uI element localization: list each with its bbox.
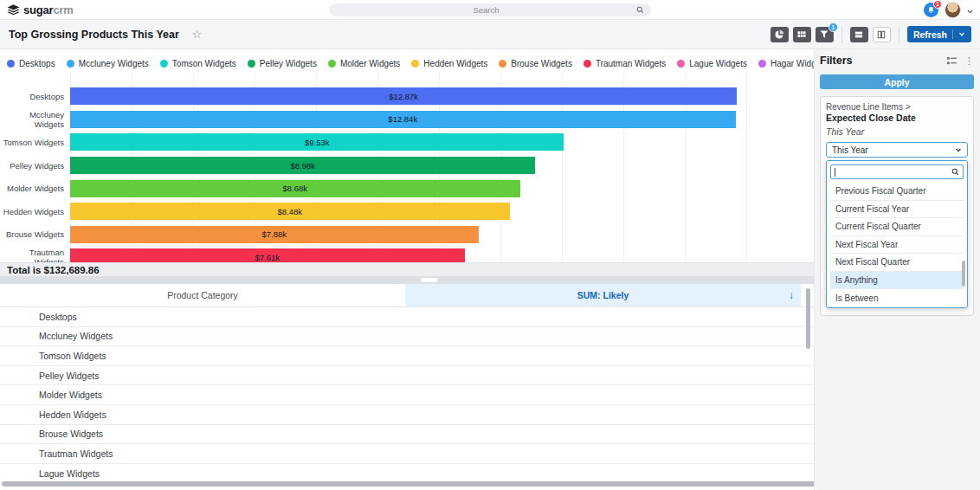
table-header: Product Category SUM: Likely ↓ ⋮: [0, 284, 814, 307]
chart-category-label: Tomson Widgets: [0, 138, 70, 147]
legend-label: Brouse Widgets: [511, 59, 572, 68]
chart-category-label: Trautman Widgets: [0, 248, 70, 262]
favorite-star-icon[interactable]: ☆: [192, 29, 203, 40]
legend-item[interactable]: Brouse Widgets: [499, 59, 572, 68]
dropdown-option[interactable]: Current Fiscal Year: [830, 201, 964, 219]
product-category-cell: Mccluney Widgets: [39, 331, 113, 341]
legend-label: Pelley Widgets: [260, 59, 317, 68]
legend-label: Tomson Widgets: [172, 59, 236, 68]
table-row[interactable]: Mccluney Widgets: [0, 327, 814, 347]
global-search[interactable]: [329, 3, 651, 16]
column-header-sum-likely[interactable]: SUM: Likely ↓: [405, 284, 801, 306]
product-category-cell: Trautman Widgets: [39, 448, 113, 459]
notifications-button[interactable]: 1: [924, 3, 938, 17]
table-row[interactable]: Pelley Widgets: [0, 366, 814, 386]
columns-layout-button[interactable]: [873, 27, 891, 42]
legend-color-dot: [160, 60, 168, 68]
dashboard-toolbar: 1 Refresh: [770, 26, 971, 42]
filter-dropdown: Previous Fiscal QuarterCurrent Fiscal Ye…: [826, 160, 968, 308]
refresh-divider: [952, 29, 953, 39]
chart-bar[interactable]: $8.98k: [70, 157, 535, 174]
legend-color-dot: [248, 60, 255, 68]
table-row[interactable]: Tomson Widgets: [0, 346, 814, 366]
bar-value-label: $7.61k: [255, 253, 280, 262]
chart-bar[interactable]: $7.61k: [70, 248, 465, 262]
bar-chart: Desktops$12.87kMccluney Widgets$12.84kTo…: [0, 73, 814, 262]
sort-descending-icon[interactable]: ↓: [789, 289, 794, 301]
chart-row: Desktops$12.87k: [0, 85, 814, 108]
legend-item[interactable]: Desktops: [7, 59, 55, 68]
table-vertical-scrollbar[interactable]: [806, 288, 810, 349]
dropdown-search-input[interactable]: [837, 167, 951, 177]
funnel-icon: [819, 29, 829, 40]
product-category-cell: Tomson Widgets: [39, 351, 106, 361]
legend-item[interactable]: Hagar Widgets: [758, 59, 814, 68]
filters-menu-kebab-icon[interactable]: ⋮: [964, 56, 974, 66]
dashlet-top-grossing-products: DesktopsMccluney WidgetsTomson WidgetsPe…: [0, 49, 814, 490]
profile-chevron-down-icon[interactable]: [967, 2, 973, 17]
chart-plot-area: $8.48k: [70, 203, 796, 220]
chart-bar[interactable]: $7.88k: [70, 226, 479, 243]
filter-operator-select[interactable]: This Year: [826, 142, 968, 158]
legend-color-dot: [758, 60, 766, 68]
filter-field-name: Expected Close Date: [826, 113, 968, 123]
search-input[interactable]: [336, 5, 636, 15]
chart-bar[interactable]: $12.84k: [70, 111, 736, 128]
legend-item[interactable]: Molder Widgets: [328, 59, 400, 68]
table-row[interactable]: Lague Widgets: [0, 464, 814, 484]
widget-divider: [0, 276, 814, 284]
dropdown-option[interactable]: Is Between: [830, 289, 964, 307]
table-row[interactable]: Hedden Widgets: [0, 405, 814, 425]
chart-bar[interactable]: $9.53k: [70, 133, 564, 151]
sugarcrm-logo[interactable]: sugarcrm: [7, 3, 74, 16]
dropdown-option[interactable]: Previous Fiscal Quarter: [830, 183, 964, 201]
legend-item[interactable]: Trautman Widgets: [583, 59, 666, 68]
legend-item[interactable]: Lague Widgets: [677, 59, 747, 68]
legend-item[interactable]: Hedden Widgets: [411, 59, 487, 68]
filter-list-icon[interactable]: [947, 57, 957, 65]
refresh-chevron-down-icon[interactable]: [958, 32, 965, 36]
table-row[interactable]: Desktops: [0, 307, 814, 327]
chart-bar[interactable]: $8.48k: [70, 203, 510, 220]
dropdown-option[interactable]: Is Anything: [830, 272, 964, 290]
rows-icon: [854, 29, 864, 40]
filter-field-path: Revenue Line Items >: [826, 102, 968, 112]
chart-bar[interactable]: $12.87k: [70, 87, 737, 105]
toolbar-divider: [899, 27, 899, 42]
chart-bar[interactable]: $8.68k: [70, 180, 520, 197]
rows-layout-button[interactable]: [850, 27, 868, 42]
refresh-button[interactable]: Refresh: [907, 26, 971, 42]
apply-button[interactable]: Apply: [820, 74, 974, 89]
bar-value-label: $8.48k: [278, 207, 303, 216]
table-row[interactable]: Trautman Widgets: [0, 444, 814, 464]
table-horizontal-scrollbar[interactable]: [2, 481, 814, 487]
column-header-product-category[interactable]: Product Category: [0, 284, 405, 306]
top-navbar: sugarcrm 1: [0, 0, 980, 20]
divider-drag-handle[interactable]: [421, 278, 438, 282]
filter-button[interactable]: 1: [816, 27, 834, 42]
legend-label: Lague Widgets: [689, 59, 747, 68]
dropdown-option[interactable]: Next Fiscal Year: [830, 236, 964, 255]
table-body: DesktopsMccluney WidgetsTomson WidgetsPe…: [0, 307, 814, 483]
table-view-button[interactable]: [793, 27, 811, 42]
legend-color-dot: [583, 60, 591, 68]
legend-color-dot: [499, 60, 506, 68]
dropdown-option[interactable]: Next Fiscal Quarter: [830, 254, 964, 272]
dropdown-search-box[interactable]: [830, 164, 964, 179]
product-category-cell: Lague Widgets: [39, 468, 100, 479]
legend-item[interactable]: Mccluney Widgets: [67, 59, 149, 68]
legend-item[interactable]: Tomson Widgets: [160, 59, 236, 68]
table-row[interactable]: Molder Widgets: [0, 385, 814, 405]
legend-label: Mccluney Widgets: [79, 59, 149, 68]
user-avatar[interactable]: [945, 2, 961, 18]
dropdown-option[interactable]: Current Fiscal Quarter: [830, 218, 964, 236]
dropdown-scrollbar[interactable]: [962, 261, 965, 287]
table-row[interactable]: Brouse Widgets: [0, 425, 814, 445]
chart-view-button[interactable]: [770, 27, 789, 42]
legend-label: Hedden Widgets: [423, 59, 487, 68]
toolbar-divider: [841, 27, 842, 42]
legend-item[interactable]: Pelley Widgets: [248, 59, 317, 68]
chart-plot-area: $8.68k: [70, 180, 796, 197]
logo-wordmark: sugarcrm: [23, 3, 74, 16]
chart-plot-area: $12.84k: [70, 111, 796, 128]
